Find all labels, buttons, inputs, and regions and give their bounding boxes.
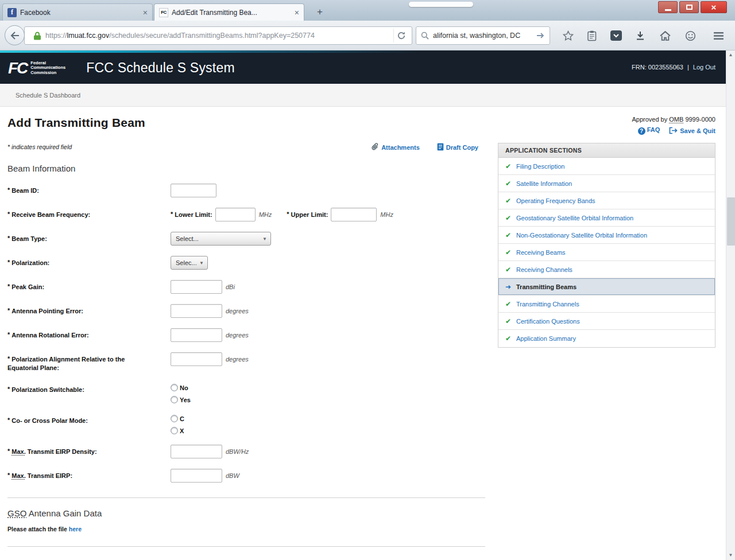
- page-viewport: FC Federal Communications Commission FCC…: [0, 50, 726, 560]
- check-icon: ✔: [505, 300, 516, 308]
- polarization-alignment-input[interactable]: [171, 352, 222, 366]
- radio-icon[interactable]: [171, 415, 178, 422]
- check-icon: ✔: [505, 335, 516, 343]
- search-go-icon[interactable]: [536, 32, 545, 39]
- beam-type-select[interactable]: Select... ▼: [171, 232, 271, 246]
- window-drag-handle: [409, 2, 473, 7]
- beam-type-selected-value: Select...: [176, 235, 199, 242]
- beam-id-input[interactable]: [171, 184, 216, 197]
- hello-smiley-icon[interactable]: [682, 28, 699, 44]
- current-arrow-icon: ➜: [505, 283, 516, 291]
- radio-icon[interactable]: [171, 396, 178, 403]
- search-icon: [421, 32, 429, 40]
- close-button[interactable]: ×: [701, 1, 727, 13]
- browser-titlebar: f Facebook × FC Add/Edit Transmitting Be…: [0, 0, 735, 21]
- breadcrumb-dashboard-link[interactable]: Schedule S Dashboard: [16, 92, 80, 99]
- exit-icon: [669, 127, 678, 134]
- back-arrow-icon: [10, 32, 20, 40]
- max-transmit-eirp-input[interactable]: [171, 469, 222, 483]
- form-row-beam-type: *Beam Type: Select... ▼: [7, 232, 485, 246]
- reload-icon: [397, 32, 405, 40]
- scrollbar-thumb[interactable]: [727, 197, 735, 246]
- attach-file-here-link[interactable]: here: [69, 526, 82, 532]
- tab-add-edit-transmitting-beams[interactable]: FC Add/Edit Transmitting Bea... ×: [154, 3, 304, 21]
- scroll-down-arrow-icon[interactable]: ▼: [726, 551, 735, 560]
- polar-mode-option-c[interactable]: C: [171, 415, 184, 422]
- sidebar-item-non-geostationary-orbital-information[interactable]: ✔ Non-Geostationary Satellite Orbital In…: [498, 227, 715, 244]
- antenna-rotational-error-input[interactable]: [171, 328, 222, 342]
- logout-link[interactable]: Log Out: [693, 64, 715, 71]
- attachments-link[interactable]: Attachments: [372, 143, 420, 151]
- polarization-switchable-option-yes[interactable]: Yes: [171, 396, 191, 403]
- tab-title: Facebook: [20, 9, 140, 17]
- download-icon[interactable]: [632, 28, 649, 44]
- form-row-beam-id: *Beam ID:: [7, 184, 485, 197]
- sidebar-item-receiving-beams[interactable]: ✔ Receiving Beams: [498, 244, 715, 261]
- home-icon[interactable]: [656, 28, 674, 44]
- form-row-polarization-alignment: *Polarization Alignment Relative to the …: [7, 352, 485, 372]
- check-icon: ✔: [505, 266, 516, 274]
- antenna-pointing-error-input[interactable]: [171, 304, 222, 318]
- check-icon: ✔: [505, 231, 516, 239]
- polarization-select[interactable]: Selec... ▼: [171, 256, 208, 270]
- sidebar-item-transmitting-beams[interactable]: ➜ Transmitting Beams: [498, 278, 715, 295]
- address-bar[interactable]: https://lmuat.fcc.gov/schedules/secure/a…: [24, 26, 412, 45]
- max-transmit-eirp-label: *Max. Transmit EIRP:: [7, 469, 171, 483]
- polarization-label: *Polarization:: [7, 256, 171, 270]
- chevron-down-icon: ▼: [199, 260, 204, 266]
- upper-limit-input[interactable]: [331, 208, 377, 221]
- beam-type-label: *Beam Type:: [7, 232, 171, 246]
- polarization-switchable-option-no[interactable]: No: [171, 384, 191, 391]
- draft-copy-link[interactable]: Draft Copy: [437, 143, 478, 151]
- lock-icon: [34, 32, 41, 40]
- sidebar-item-geostationary-orbital-information[interactable]: ✔ Geostationary Satellite Orbital Inform…: [498, 209, 715, 227]
- search-bar[interactable]: alifornia st, washington, DC: [416, 26, 550, 45]
- window-controls: ×: [656, 1, 727, 13]
- sidebar-item-operating-frequency-bands[interactable]: ✔ Operating Frequency Bands: [498, 192, 715, 209]
- app-title: FCC Schedule S System: [86, 60, 235, 76]
- scroll-up-arrow-icon[interactable]: ▲: [726, 50, 735, 60]
- check-icon: ✔: [505, 162, 516, 170]
- url-text[interactable]: https://lmuat.fcc.gov/schedules/secure/a…: [45, 32, 393, 40]
- separator: |: [687, 64, 689, 71]
- header-accent-bar: [0, 50, 726, 53]
- new-tab-button[interactable]: +: [311, 5, 328, 20]
- search-input[interactable]: alifornia st, washington, DC: [433, 32, 536, 40]
- vertical-scrollbar[interactable]: ▲ ▼: [726, 50, 735, 560]
- lower-limit-input[interactable]: [215, 208, 256, 221]
- bookmarks-menu-icon[interactable]: [583, 28, 601, 44]
- tab-close-icon[interactable]: ×: [143, 9, 148, 17]
- polarization-selected-value: Selec...: [176, 259, 197, 266]
- fcc-logo-mark: FC: [8, 59, 27, 77]
- reload-button[interactable]: [393, 29, 408, 42]
- minimize-button[interactable]: [658, 1, 678, 13]
- sidebar-item-satellite-information[interactable]: ✔ Satellite Information: [498, 175, 715, 192]
- tab-close-icon[interactable]: ×: [295, 9, 299, 17]
- radio-icon[interactable]: [171, 384, 178, 391]
- required-marker: *: [7, 186, 10, 193]
- fcc-logo: FC Federal Communications Commission: [8, 59, 65, 77]
- menu-hamburger-icon[interactable]: [710, 28, 727, 44]
- faq-link[interactable]: ?FAQ: [638, 126, 660, 135]
- sidebar-item-filing-description[interactable]: ✔ Filing Description: [498, 158, 715, 175]
- section-divider: [7, 546, 485, 547]
- upper-limit-unit: MHz: [380, 208, 393, 218]
- sidebar-item-certification-questions[interactable]: ✔ Certification Questions: [498, 313, 715, 330]
- maximize-button[interactable]: [679, 1, 699, 13]
- sidebar-item-transmitting-channels[interactable]: ✔ Transmitting Channels: [498, 295, 715, 313]
- polar-mode-option-x[interactable]: X: [171, 427, 184, 434]
- sidebar-item-receiving-channels[interactable]: ✔ Receiving Channels: [498, 261, 715, 278]
- sidebar-item-application-summary[interactable]: ✔ Application Summary: [498, 330, 715, 347]
- form-row-peak-gain: *Peak Gain: dBi: [7, 280, 485, 294]
- save-and-quit-button[interactable]: Save & Quit: [669, 127, 715, 134]
- tab-facebook[interactable]: f Facebook ×: [2, 3, 153, 21]
- radio-icon[interactable]: [171, 427, 178, 434]
- max-transmit-eirp-density-input[interactable]: [171, 445, 222, 458]
- pocket-icon[interactable]: [608, 28, 625, 44]
- peak-gain-input[interactable]: [171, 280, 222, 294]
- antenna-pointing-error-label: *Antenna Pointing Error:: [7, 304, 171, 318]
- back-button[interactable]: [5, 25, 25, 45]
- beam-information-heading: Beam Information: [7, 164, 485, 173]
- bookmark-star-icon[interactable]: [559, 28, 577, 44]
- check-icon: ✔: [505, 197, 516, 205]
